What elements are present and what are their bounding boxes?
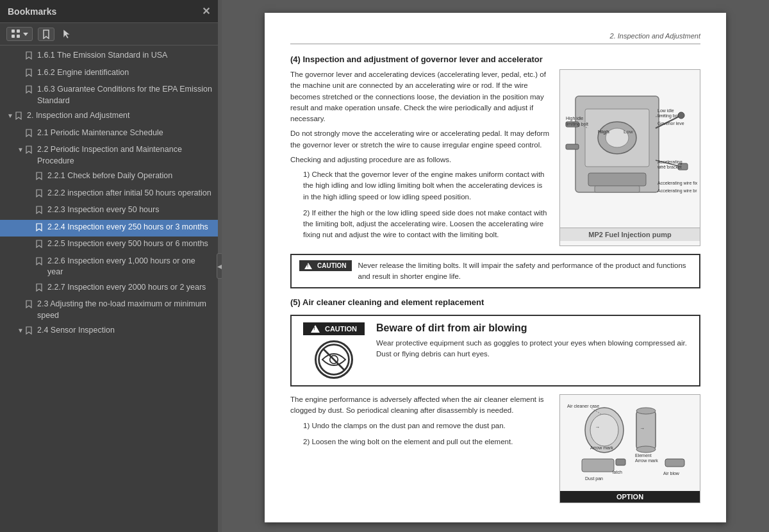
section5-list1: 1) Undo the clamps on the dust pan and r… — [290, 420, 549, 431]
section4-title: (4) Inspection and adjustment of governo… — [290, 54, 700, 64]
svg-text:→: → — [640, 426, 645, 431]
svg-rect-1 — [17, 29, 20, 33]
section4-list1: 1) Check that the governor lever of the … — [290, 169, 549, 203]
bookmark-item-1_6_3[interactable]: 1.6.3 Guarantee Conditions for the EPA E… — [0, 82, 218, 108]
svg-text:Air blow: Air blow — [663, 471, 680, 476]
bookmark-item-2_1[interactable]: 2.1 Periodic Maintenance Schedule — [0, 126, 218, 143]
svg-text:Accelerating: Accelerating — [657, 160, 682, 165]
svg-text:Low idle: Low idle — [657, 108, 674, 113]
sidebar-header: Bookmarks ✕ — [0, 0, 218, 23]
section4-content: The governor lever and accelerating devi… — [290, 69, 700, 246]
section5-text-block: The engine performance is adversely affe… — [290, 394, 549, 503]
document-area: 2. Inspection and Adjustment (4) Inspect… — [222, 0, 769, 532]
svg-text:High: High — [598, 129, 609, 135]
section4-text-block: The governor lever and accelerating devi… — [290, 69, 549, 246]
bookmark-label-2_2_5: 2.2.5 Inspection every 500 hours or 6 mo… — [47, 238, 213, 250]
svg-point-11 — [678, 112, 684, 119]
caution-badge-2: ! CAUTION — [303, 322, 365, 335]
bookmark-label-2_2_7: 2.2.7 Inspection every 2000 hours or 2 y… — [47, 282, 213, 294]
bookmark-label-2_4: 2.4 Sensor Inspection — [37, 325, 213, 337]
bookmark-label-2_2_3: 2.2.3 Inspection every 50 hours — [47, 204, 213, 216]
bookmark-icon-2_2_5 — [36, 240, 45, 252]
close-button[interactable]: ✕ — [202, 5, 210, 17]
bookmark-item-2_2[interactable]: ▼2.2 Periodic Inspection and Maintenance… — [0, 142, 218, 169]
option-badge: OPTION — [560, 491, 700, 503]
bookmark-toggle-2_4[interactable]: ▼ — [15, 326, 26, 335]
caution-box-2: ! CAUTION — [290, 315, 700, 387]
bookmark-icon-2_2_6 — [36, 257, 45, 269]
section4-list2: 2) If either the high or the low idling … — [290, 208, 549, 241]
fuel-pump-image: Low idle limiting bol Govenor leve Accel… — [560, 74, 700, 228]
svg-rect-43 — [665, 459, 684, 467]
warning-triangle-1: ! — [304, 263, 312, 269]
caution-text-2: Wear protective equipment such as goggle… — [376, 338, 689, 360]
sidebar-title: Bookmarks — [8, 6, 56, 17]
svg-text:Dust pan: Dust pan — [585, 476, 603, 481]
page-header: 2. Inspection and Adjustment — [290, 32, 700, 44]
sidebar: Bookmarks ✕ 1.6.1 The Emission Standar — [0, 0, 218, 532]
bookmark-icon-2_1 — [26, 129, 35, 141]
svg-point-34 — [590, 414, 618, 446]
bookmark-item-2_2_6[interactable]: 2.2.6 Inspection every 1,000 hours or on… — [0, 254, 218, 280]
bookmark-icon-2_2_2 — [36, 189, 45, 201]
bookmark-label-2_3: 2.3 Adjusting the no-load maximum or min… — [37, 299, 213, 321]
bookmark-icon-2_4 — [26, 326, 35, 338]
bookmark-icon-2_3 — [26, 300, 35, 312]
bookmark-item-2_2_4[interactable]: 2.2.4 Inspection every 250 hours or 3 mo… — [0, 220, 218, 237]
svg-rect-9 — [595, 186, 640, 192]
bookmark-label-2_2_6: 2.2.6 Inspection every 1,000 hours or on… — [47, 256, 213, 278]
fuel-pump-caption: MP2 Fuel Injection pump — [560, 228, 700, 241]
bookmark-add-button[interactable] — [38, 28, 54, 41]
bookmark-item-1_6_2[interactable]: 1.6.2 Engine identification — [0, 65, 218, 83]
bookmark-toggle-2[interactable]: ▼ — [5, 112, 15, 121]
bookmark-list: 1.6.1 The Emission Standard in USA1.6.2 … — [0, 46, 218, 532]
air-cleaner-svg: → Arrow mark Element → Arrow mark — [566, 398, 694, 488]
chevron-down-icon — [23, 33, 28, 36]
caution-label-1: ! CAUTION — [299, 260, 352, 271]
bookmark-icon-1_6_3 — [26, 85, 35, 97]
bookmark-item-2_3[interactable]: 2.3 Adjusting the no-load maximum or min… — [0, 297, 218, 323]
bookmark-icon-2_2_4 — [36, 223, 45, 235]
bookmark-icon-2_2_3 — [36, 206, 45, 218]
bookmark-label-1_6_3: 1.6.3 Guarantee Conditions for the EPA E… — [37, 84, 213, 106]
bookmark-item-2[interactable]: ▼2. Inspection and Adjustment — [0, 108, 218, 126]
bookmark-item-2_2_1[interactable]: 2.2.1 Check before Daily Operation — [0, 169, 218, 186]
bookmark-toggle-2_2[interactable]: ▼ — [15, 145, 26, 154]
caution-title-2: Beware of dirt from air blowing — [376, 322, 689, 334]
fuel-pump-diagram: Low idle limiting bol Govenor leve Accel… — [559, 69, 700, 246]
svg-text:latch: latch — [613, 470, 622, 474]
bookmark-item-2_2_5[interactable]: 2.2.5 Inspection every 500 hours or 6 mo… — [0, 237, 218, 254]
svg-rect-45 — [582, 459, 614, 472]
svg-text:Arrow mark: Arrow mark — [590, 445, 613, 450]
sidebar-toolbar — [0, 23, 218, 46]
section5-list2: 2) Loosen the wing bolt on the element a… — [290, 436, 549, 447]
bookmark-icon-2 — [15, 112, 24, 124]
bookmark-label-2_2: 2.2 Periodic Inspection and Maintenance … — [37, 144, 213, 167]
bookmark-item-2_4[interactable]: ▼2.4 Sensor Inspection — [0, 323, 218, 340]
bookmark-item-2_2_7[interactable]: 2.2.7 Inspection every 2000 hours or 2 y… — [0, 280, 218, 297]
bookmark-item-1_6_1[interactable]: 1.6.1 The Emission Standard in USA — [0, 48, 218, 65]
svg-text:Low: Low — [624, 129, 633, 135]
svg-rect-8 — [588, 173, 646, 186]
bookmark-icon-2_2_1 — [36, 172, 45, 184]
caution-box-1: ! CAUTION Never release the limiting bol… — [290, 254, 700, 289]
bookmark-item-2_2_2[interactable]: 2.2.2 inspection after initial 50 hours … — [0, 186, 218, 203]
view-options-button[interactable] — [6, 27, 33, 41]
bookmark-icon-2_2_7 — [36, 283, 45, 295]
bookmark-icon-1_6_1 — [26, 51, 35, 63]
caution-right-side: Beware of dirt from air blowing Wear pro… — [376, 322, 689, 379]
section5-title: (5) Air cleaner cleaning and element rep… — [290, 297, 700, 307]
section5-content: The engine performance is adversely affe… — [290, 394, 700, 503]
svg-text:High idle: High idle — [566, 116, 583, 121]
svg-text:Arrow mark: Arrow mark — [635, 458, 658, 463]
bookmark-label-2: 2. Inspection and Adjustment — [27, 110, 213, 122]
warning-triangle-2: ! — [311, 325, 320, 333]
svg-rect-47 — [616, 459, 625, 465]
section4-para3: Checking and adjusting procedure are as … — [290, 154, 549, 165]
caution-text-1: Never release the limiting bolts. It wil… — [358, 260, 691, 283]
bookmark-label-2_2_2: 2.2.2 inspection after initial 50 hours … — [47, 188, 213, 199]
bookmark-item-2_2_3[interactable]: 2.2.3 Inspection every 50 hours — [0, 203, 218, 220]
no-eye-symbol — [315, 340, 353, 379]
bookmark-label-1_6_2: 1.6.2 Engine identification — [37, 67, 213, 79]
svg-text:Govenor leve: Govenor leve — [657, 121, 684, 126]
